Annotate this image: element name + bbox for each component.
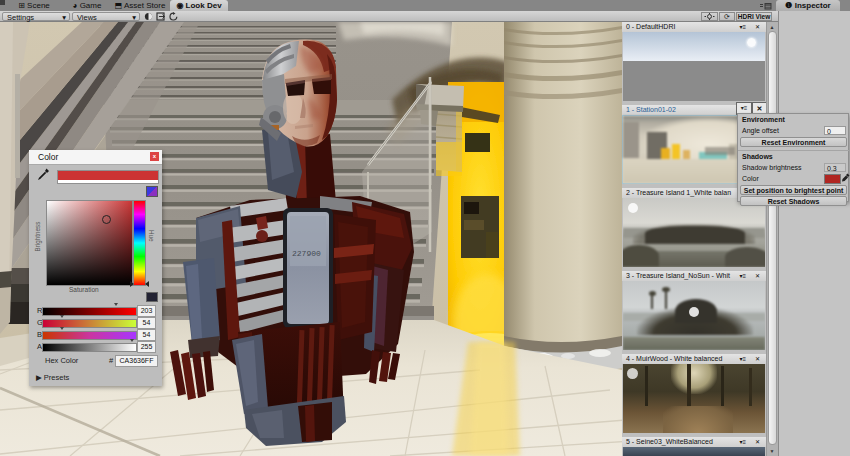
svg-text:227900: 227900 [292, 249, 321, 258]
